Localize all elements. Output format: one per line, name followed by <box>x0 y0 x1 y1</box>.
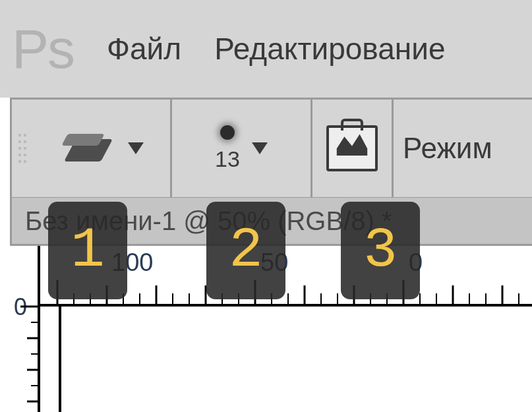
annotation-badge-1: 1 <box>48 202 127 299</box>
annotation-badge-2: 2 <box>206 202 285 299</box>
chevron-down-icon <box>252 142 268 154</box>
brush-size-value: 13 <box>215 146 240 172</box>
ruler-vertical[interactable]: 0 <box>10 246 40 412</box>
menu-edit[interactable]: Редактирование <box>214 31 445 67</box>
options-bar-grip[interactable] <box>12 100 38 197</box>
chevron-down-icon <box>128 142 144 154</box>
canvas-left-edge <box>59 307 61 412</box>
canvas[interactable] <box>40 307 532 412</box>
annotation-badge-3: 3 <box>341 202 420 299</box>
mode-label-section: Режим <box>394 100 502 197</box>
mode-label: Режим <box>394 132 502 165</box>
menu-bar: Ps Файл Редактирование <box>0 0 532 98</box>
brush-preset-picker[interactable]: 13 <box>172 100 310 197</box>
toggle-brush-panel-button[interactable] <box>312 100 392 197</box>
brush-dot-icon <box>220 125 235 140</box>
eraser-icon <box>65 131 116 165</box>
menu-file[interactable]: Файл <box>107 31 181 67</box>
tool-options-bar: 13 Режим <box>10 98 532 199</box>
brush-preview: 13 <box>215 125 240 172</box>
app-logo: Ps <box>12 17 74 81</box>
tool-preset-picker[interactable] <box>38 100 170 197</box>
brush-panel-icon <box>326 125 378 171</box>
